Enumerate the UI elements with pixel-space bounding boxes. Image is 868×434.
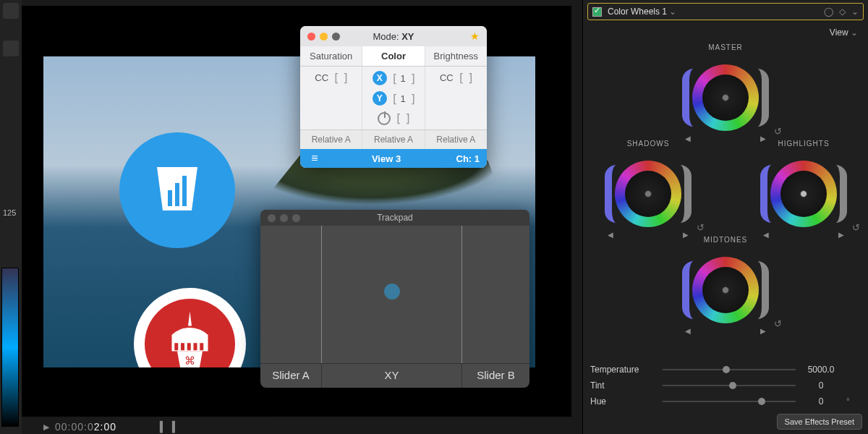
relative-label[interactable]: Relative A xyxy=(300,130,362,149)
slider-value[interactable]: 0 xyxy=(796,396,846,407)
midtones-wheel[interactable]: ◀▶ xyxy=(682,247,769,333)
highlights-wheel[interactable]: ◀▶ xyxy=(760,150,847,237)
relative-label[interactable]: Relative A xyxy=(362,130,425,149)
x-value: 1 xyxy=(400,73,405,84)
transport-bar: ▶ 00:00:02:00 ▍▍ xyxy=(22,420,571,434)
cc-label: CC xyxy=(315,72,328,83)
header-color[interactable]: Color xyxy=(362,46,425,66)
trackpad-titlebar[interactable]: Trackpad xyxy=(260,210,529,226)
view-menu[interactable]: View xyxy=(583,23,868,42)
reset-icon[interactable]: ↺ xyxy=(697,222,705,233)
master-wheel-group: MASTER ◀▶ ↺ xyxy=(682,43,769,141)
mode-title-value: XY xyxy=(401,31,414,42)
xy-label: XY xyxy=(322,364,462,388)
color-inspector: Color Wheels 1 ◯ ◇ ⌄ View MASTER ◀▶ ↺ SH… xyxy=(582,0,868,434)
svg-rect-5 xyxy=(181,343,184,350)
svg-rect-2 xyxy=(182,176,187,206)
slider-label: Hue xyxy=(590,396,663,407)
slider-a-zone[interactable] xyxy=(260,226,322,363)
x-axis-badge[interactable]: X xyxy=(373,71,387,85)
reset-icon[interactable]: ↺ xyxy=(852,222,860,233)
slider-a-label: Slider A xyxy=(260,364,322,388)
master-wheel[interactable]: ◀▶ xyxy=(682,54,769,141)
wheel-label: MIDTONES xyxy=(682,236,769,244)
slider-unit: ° xyxy=(846,396,861,407)
mode-panel: Mode: XY ★ Saturation Color Brightness C… xyxy=(300,26,487,168)
power-icon[interactable] xyxy=(378,112,391,125)
effect-header[interactable]: Color Wheels 1 ◯ ◇ ⌄ xyxy=(587,3,864,20)
bracket-icon[interactable]: [ xyxy=(391,92,396,106)
slider-knob[interactable] xyxy=(723,366,730,373)
svg-rect-1 xyxy=(175,183,179,206)
hamburger-icon[interactable]: ≡ xyxy=(300,152,329,165)
play-icon[interactable]: ▶ xyxy=(43,422,49,432)
relative-label[interactable]: Relative A xyxy=(425,130,487,149)
xy-zone[interactable] xyxy=(322,226,462,363)
shadows-wheel[interactable]: ◀▶ xyxy=(605,150,692,237)
keyframe-icon[interactable]: ◇ xyxy=(839,7,846,17)
wheel-label: MASTER xyxy=(682,43,769,51)
bracket-icon[interactable]: [ xyxy=(391,72,396,85)
header-brightness[interactable]: Brightness xyxy=(425,46,487,66)
mode-column-headers: Saturation Color Brightness xyxy=(300,46,487,67)
slider-value[interactable]: 5000.0 xyxy=(796,365,846,375)
svg-rect-6 xyxy=(187,343,191,350)
left-tool-rail: 125 xyxy=(0,0,22,434)
slider-track[interactable] xyxy=(663,369,796,370)
app-icon-commander: ⌘ xyxy=(134,288,246,367)
color-sliders: Temperature5000.0Tint0Hue0° xyxy=(590,362,861,409)
svg-rect-4 xyxy=(174,343,178,350)
mode-title-prefix: Mode: xyxy=(373,31,399,42)
in-out-markers[interactable]: ▍▍ xyxy=(160,421,184,433)
y-value: 1 xyxy=(400,93,405,104)
wheel-label: HIGHLIGHTS xyxy=(760,140,847,148)
effect-enable-checkbox[interactable] xyxy=(592,7,602,17)
relative-mode-row: Relative A Relative A Relative A xyxy=(300,129,487,149)
mode-titlebar[interactable]: Mode: XY ★ xyxy=(300,26,487,46)
mode-footer: ≡ View 3 Ch: 1 xyxy=(300,149,487,168)
reset-icon[interactable]: ↺ xyxy=(774,318,782,329)
tool-button[interactable] xyxy=(3,3,19,19)
bracket-icon[interactable]: [ ] xyxy=(458,71,472,85)
midtones-wheel-group: MIDTONES ◀▶ ↺ xyxy=(682,236,769,333)
slider-b-zone[interactable] xyxy=(462,226,529,363)
favorite-star-icon[interactable]: ★ xyxy=(470,30,480,42)
slider-b-label: Slider B xyxy=(462,364,529,388)
slider-value[interactable]: 0 xyxy=(796,380,846,391)
slider-knob[interactable] xyxy=(758,398,765,405)
bracket-icon[interactable]: [ ] xyxy=(395,111,409,125)
cc-label: CC xyxy=(440,72,454,83)
shadows-wheel-group: SHADOWS ◀▶ ↺ xyxy=(605,140,692,237)
slider-row: Tint0 xyxy=(590,378,861,393)
slider-track[interactable] xyxy=(663,401,796,402)
svg-rect-7 xyxy=(194,343,197,350)
wheel-label: SHADOWS xyxy=(605,140,692,148)
slider-knob[interactable] xyxy=(729,382,736,389)
svg-text:⌘: ⌘ xyxy=(184,354,195,367)
slider-row: Hue0° xyxy=(590,393,861,409)
effect-name[interactable]: Color Wheels 1 xyxy=(608,7,818,17)
view-label[interactable]: View 3 xyxy=(329,153,443,164)
xy-puck[interactable] xyxy=(384,284,400,299)
y-axis-badge[interactable]: Y xyxy=(373,91,387,106)
column-color: X[1] Y[1] [ ] xyxy=(362,67,425,129)
reset-icon[interactable]: ↺ xyxy=(774,126,782,137)
highlights-wheel-group: HIGHLIGHTS ◀▶ ↺ xyxy=(760,140,847,237)
channel-label[interactable]: Ch: 1 xyxy=(443,153,487,164)
save-effects-preset-button[interactable]: Save Effects Preset xyxy=(777,414,862,430)
header-saturation[interactable]: Saturation xyxy=(300,46,362,66)
tool-button[interactable] xyxy=(3,41,19,56)
app-icon-metrics xyxy=(119,132,235,248)
clip-thumbnail[interactable] xyxy=(1,268,19,427)
mask-icon[interactable]: ◯ xyxy=(824,7,833,17)
slider-label: Tint xyxy=(590,380,663,391)
bracket-icon[interactable]: [ ] xyxy=(333,71,347,85)
trackpad-panel: Trackpad Slider A XY Slider B xyxy=(260,210,529,388)
chevron-down-icon[interactable]: ⌄ xyxy=(851,7,859,17)
trackpad-surface[interactable] xyxy=(260,226,529,363)
zoom-badge: 125 xyxy=(3,208,16,217)
trackpad-title: Trackpad xyxy=(260,213,529,223)
slider-track[interactable] xyxy=(663,385,796,386)
color-wheels-area: MASTER ◀▶ ↺ SHADOWS ◀▶ ↺ HIGHLIGHTS ◀▶ ↺… xyxy=(583,42,868,339)
slider-row: Temperature5000.0 xyxy=(590,362,861,378)
